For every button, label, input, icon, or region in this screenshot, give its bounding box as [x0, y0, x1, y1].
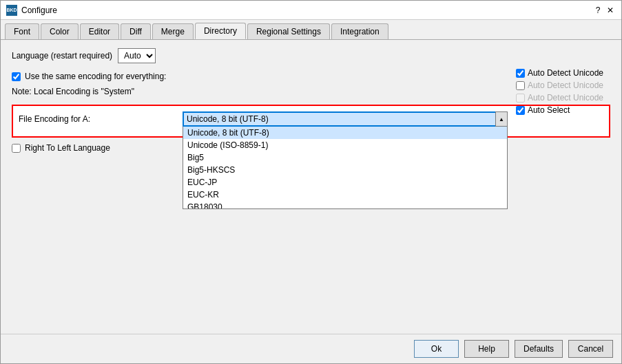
- close-button[interactable]: ✕: [605, 5, 616, 16]
- encoding-a-dropdown-list: Unicode, 8 bit (UTF-8) Unicode (ISO-8859…: [183, 127, 508, 209]
- auto-detect-b-checkbox[interactable]: [516, 81, 525, 90]
- auto-detect-a: Auto Detect Unicode: [516, 68, 603, 78]
- encoding-section: File Encoding for A: ▲ Unicode, 8 bit (U…: [12, 105, 610, 138]
- bottom-bar: Ok Help Defaults Cancel: [1, 334, 621, 363]
- dropdown-item-0[interactable]: Unicode, 8 bit (UTF-8): [183, 127, 507, 139]
- encoding-a-dropdown-container: ▲ Unicode, 8 bit (UTF-8) Unicode (ISO-88…: [183, 111, 508, 127]
- auto-detect-c-checkbox[interactable]: [516, 94, 525, 103]
- tab-directory[interactable]: Directory: [195, 23, 246, 39]
- rtl-label: Right To Left Language: [25, 143, 110, 153]
- tab-bar: Font Color Editor Diff Merge Directory R…: [1, 20, 621, 40]
- help-dialog-button[interactable]: Help: [464, 340, 509, 358]
- tab-color[interactable]: Color: [41, 23, 79, 39]
- rtl-checkbox[interactable]: [12, 144, 21, 153]
- same-encoding-label: Use the same encoding for everything:: [25, 72, 166, 81]
- window-title: Configure: [21, 6, 57, 15]
- encoding-a-input[interactable]: [183, 111, 508, 127]
- auto-detect-b: Auto Detect Unicode: [516, 81, 603, 90]
- tab-font[interactable]: Font: [5, 23, 39, 39]
- help-button[interactable]: ?: [592, 5, 603, 16]
- auto-select-label: Auto Select: [528, 105, 570, 115]
- tab-diff[interactable]: Diff: [121, 23, 151, 39]
- dropdown-item-1[interactable]: Unicode (ISO-8859-1): [183, 139, 507, 151]
- main-content: Language (restart required) Auto Use the…: [1, 40, 621, 334]
- dropdown-item-3[interactable]: Big5-HKSCS: [183, 164, 507, 176]
- tab-editor[interactable]: Editor: [80, 23, 119, 39]
- language-select[interactable]: Auto: [118, 48, 156, 63]
- dropdown-item-2[interactable]: Big5: [183, 151, 507, 164]
- auto-select-checkbox[interactable]: [516, 106, 525, 115]
- title-bar: BKD Configure ? ✕: [1, 1, 621, 20]
- ok-button[interactable]: Ok: [414, 340, 459, 358]
- auto-detect-b-label: Auto Detect Unicode: [528, 81, 603, 90]
- configure-window: BKD Configure ? ✕ Font Color Editor Diff…: [0, 0, 622, 364]
- auto-select-row: Auto Select: [516, 105, 603, 115]
- defaults-button[interactable]: Defaults: [515, 340, 563, 358]
- dropdown-item-4[interactable]: EUC-JP: [183, 176, 507, 189]
- encoding-a-scroll-up[interactable]: ▲: [495, 111, 508, 127]
- auto-detect-c-label: Auto Detect Unicode: [528, 93, 603, 103]
- auto-detect-a-label: Auto Detect Unicode: [528, 68, 603, 78]
- tab-merge[interactable]: Merge: [152, 23, 194, 39]
- language-label: Language (restart required): [12, 51, 112, 61]
- language-row: Language (restart required) Auto: [12, 48, 610, 63]
- encoding-a-label: File Encoding for A:: [19, 114, 177, 124]
- auto-detect-c: Auto Detect Unicode: [516, 93, 603, 103]
- cancel-button[interactable]: Cancel: [568, 340, 613, 358]
- tab-integration[interactable]: Integration: [331, 23, 388, 39]
- dropdown-item-6[interactable]: GB18030: [183, 201, 507, 209]
- auto-detect-a-checkbox[interactable]: [516, 69, 525, 78]
- same-encoding-checkbox[interactable]: [12, 72, 21, 81]
- encoding-row-a: File Encoding for A: ▲ Unicode, 8 bit (U…: [19, 111, 603, 127]
- app-icon: BKD: [6, 5, 17, 16]
- tab-regional-settings[interactable]: Regional Settings: [247, 23, 330, 39]
- dropdown-item-5[interactable]: EUC-KR: [183, 189, 507, 201]
